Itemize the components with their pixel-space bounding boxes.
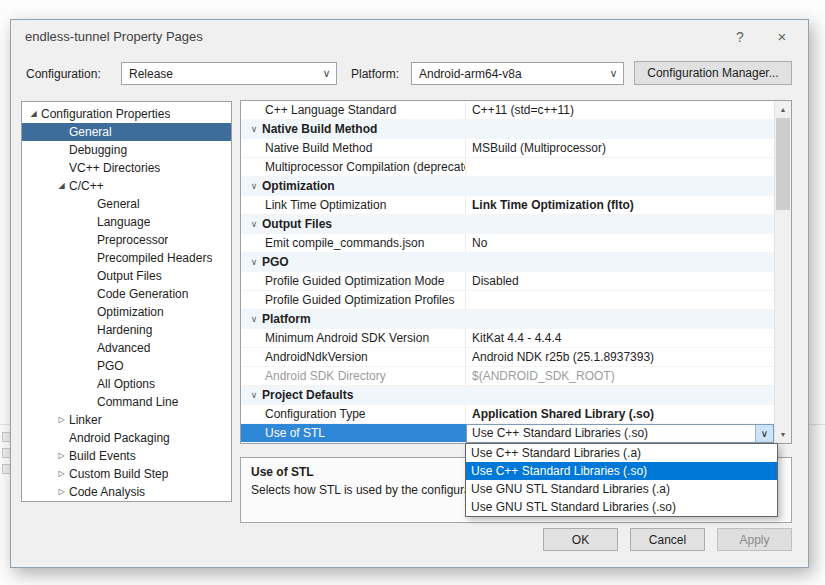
tree-item-build-events[interactable]: ▷Build Events [22, 447, 231, 465]
group-label: Optimization [262, 177, 335, 196]
platform-combobox[interactable]: Android-arm64-v8a ∨ [411, 62, 624, 85]
tree-collapse-icon[interactable]: ◢ [54, 177, 69, 195]
tree-item-debugging[interactable]: Debugging [22, 141, 231, 159]
tree-item-output-files[interactable]: Output Files [22, 267, 231, 285]
tree-expand-icon[interactable]: ▷ [54, 465, 69, 483]
tree-item-pgo[interactable]: PGO [22, 357, 231, 375]
property-value: Disabled [466, 272, 774, 290]
group-label: Project Defaults [262, 386, 353, 405]
apply-button[interactable]: Apply [717, 528, 792, 551]
group-collapse-icon[interactable]: ∨ [246, 386, 262, 405]
property-row-profile-guided-optimization-profiles[interactable]: Profile Guided Optimization Profiles [241, 291, 774, 310]
property-row-native-build-method[interactable]: Native Build MethodMSBuild (Multiprocess… [241, 139, 774, 158]
group-row-optimization[interactable]: ∨Optimization [241, 177, 774, 196]
configuration-combobox[interactable]: Release ∨ [121, 62, 337, 85]
property-name: Native Build Method [241, 139, 466, 157]
stl-combobox[interactable]: Use C++ Standard Libraries (.so)∨ [466, 424, 774, 443]
tree-item-linker[interactable]: ▷Linker [22, 411, 231, 429]
property-name: Link Time Optimization [241, 196, 466, 214]
group-row-native-build-method[interactable]: ∨Native Build Method [241, 120, 774, 139]
tree-item-label: Output Files [97, 267, 162, 285]
combo-open-icon[interactable]: ∨ [755, 425, 773, 442]
cancel-button[interactable]: Cancel [630, 528, 705, 551]
property-row-c-language-standard[interactable]: C++ Language StandardC++11 (std=c++11) [241, 101, 774, 120]
tree-item-custom-build-step[interactable]: ▷Custom Build Step [22, 465, 231, 483]
property-name: Profile Guided Optimization Profiles [241, 291, 466, 309]
property-name: Android SDK Directory [241, 367, 466, 385]
property-name: Minimum Android SDK Version [241, 329, 466, 347]
property-name: C++ Language Standard [241, 101, 466, 119]
stl-dropdown-list: Use C++ Standard Libraries (.a)Use C++ S… [465, 443, 778, 517]
tree-item-language[interactable]: Language [22, 213, 231, 231]
group-collapse-icon[interactable]: ∨ [246, 310, 262, 329]
dropdown-option-use-gnu-stl-standard-libraries-so[interactable]: Use GNU STL Standard Libraries (.so) [466, 498, 777, 516]
property-row-minimum-android-sdk-version[interactable]: Minimum Android SDK VersionKitKat 4.4 - … [241, 329, 774, 348]
group-label: Output Files [262, 215, 332, 234]
tree-item-preprocessor[interactable]: Preprocessor [22, 231, 231, 249]
group-row-pgo[interactable]: ∨PGO [241, 253, 774, 272]
tree-item-configuration-properties[interactable]: ◢Configuration Properties [22, 105, 231, 123]
help-icon[interactable]: ? [724, 20, 756, 54]
property-row-multiprocessor-compilation-deprecated[interactable]: Multiprocessor Compilation (deprecated) [241, 158, 774, 177]
property-value: C++11 (std=c++11) [466, 101, 774, 119]
close-icon[interactable]: × [766, 20, 798, 54]
group-collapse-icon[interactable]: ∨ [246, 215, 262, 234]
group-collapse-icon[interactable]: ∨ [246, 253, 262, 272]
tree-item-command-line[interactable]: Command Line [22, 393, 231, 411]
config-tree: ◢Configuration PropertiesGeneralDebuggin… [21, 101, 232, 502]
platform-label: Platform: [351, 67, 399, 81]
tree-item-code-generation[interactable]: Code Generation [22, 285, 231, 303]
group-collapse-icon[interactable]: ∨ [246, 177, 262, 196]
property-row-link-time-optimization[interactable]: Link Time OptimizationLink Time Optimiza… [241, 196, 774, 215]
chevron-down-icon: ∨ [317, 67, 336, 80]
tree-item-label: C/C++ [69, 177, 104, 195]
dropdown-option-use-c-standard-libraries-a[interactable]: Use C++ Standard Libraries (.a) [466, 444, 777, 462]
tree-expand-icon[interactable]: ▷ [54, 447, 69, 465]
configuration-value: Release [129, 67, 317, 81]
tree-item-optimization[interactable]: Optimization [22, 303, 231, 321]
group-row-platform[interactable]: ∨Platform [241, 310, 774, 329]
tree-item-label: General [69, 123, 112, 141]
property-name: Emit compile_commands.json [241, 234, 466, 252]
property-value: Application Shared Library (.so) [466, 405, 774, 423]
scroll-down-icon[interactable]: ▼ [775, 426, 791, 443]
tree-item-c-c[interactable]: ◢C/C++ [22, 177, 231, 195]
scroll-up-icon[interactable]: ▲ [775, 101, 791, 118]
property-row-use-of-stl[interactable]: Use of STLUse C++ Standard Libraries (.s… [241, 424, 774, 443]
stl-combobox-value: Use C++ Standard Libraries (.so) [467, 425, 755, 442]
group-row-project-defaults[interactable]: ∨Project Defaults [241, 386, 774, 405]
tree-item-all-options[interactable]: All Options [22, 375, 231, 393]
group-collapse-icon[interactable]: ∨ [246, 120, 262, 139]
tree-item-label: Command Line [97, 393, 178, 411]
tree-item-label: Preprocessor [97, 231, 168, 249]
dropdown-option-use-gnu-stl-standard-libraries-a[interactable]: Use GNU STL Standard Libraries (.a) [466, 480, 777, 498]
dropdown-option-use-c-standard-libraries-so[interactable]: Use C++ Standard Libraries (.so) [466, 462, 777, 480]
tree-item-code-analysis[interactable]: ▷Code Analysis [22, 483, 231, 501]
property-row-configuration-type[interactable]: Configuration TypeApplication Shared Lib… [241, 405, 774, 424]
tree-item-advanced[interactable]: Advanced [22, 339, 231, 357]
group-row-output-files[interactable]: ∨Output Files [241, 215, 774, 234]
tree-item-android-packaging[interactable]: Android Packaging [22, 429, 231, 447]
tree-item-general[interactable]: General [22, 195, 231, 213]
property-value [466, 158, 774, 176]
grid-scrollbar[interactable]: ▲ ▼ [774, 101, 791, 443]
tree-item-label: Debugging [69, 141, 127, 159]
property-row-profile-guided-optimization-mode[interactable]: Profile Guided Optimization ModeDisabled [241, 272, 774, 291]
configuration-manager-button[interactable]: Configuration Manager... [634, 61, 792, 85]
property-value [466, 291, 774, 309]
tree-item-precompiled-headers[interactable]: Precompiled Headers [22, 249, 231, 267]
tree-collapse-icon[interactable]: ◢ [26, 105, 41, 123]
dialog-titlebar[interactable]: endless-tunnel Property Pages ? × [11, 20, 808, 54]
tree-expand-icon[interactable]: ▷ [54, 411, 69, 429]
tree-item-general[interactable]: General [22, 123, 231, 141]
tree-expand-icon[interactable]: ▷ [54, 483, 69, 501]
ok-button[interactable]: OK [543, 528, 618, 551]
tree-item-label: Hardening [97, 321, 152, 339]
property-row-android-sdk-directory[interactable]: Android SDK Directory$(ANDROID_SDK_ROOT) [241, 367, 774, 386]
scrollbar-thumb[interactable] [776, 118, 790, 210]
property-row-androidndkversion[interactable]: AndroidNdkVersionAndroid NDK r25b (25.1.… [241, 348, 774, 367]
tree-item-vc-directories[interactable]: VC++ Directories [22, 159, 231, 177]
tree-item-hardening[interactable]: Hardening [22, 321, 231, 339]
tree-item-label: Code Generation [97, 285, 188, 303]
property-row-emit-compile-commands-json[interactable]: Emit compile_commands.jsonNo [241, 234, 774, 253]
